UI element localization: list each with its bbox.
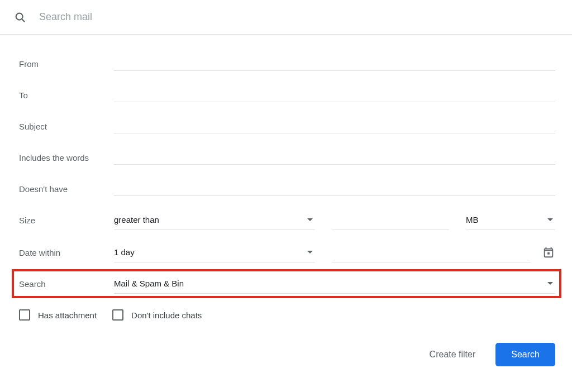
size-unit-dropdown[interactable]: MB xyxy=(466,210,555,230)
search-location-row: Search Mail & Spam & Bin xyxy=(12,269,561,298)
advanced-search-form: From To Subject Includes the words Doesn… xyxy=(0,35,572,366)
svg-point-0 xyxy=(16,13,23,20)
doesnt-have-label: Doesn't have xyxy=(19,184,114,194)
subject-field[interactable] xyxy=(114,119,555,133)
checkbox-icon xyxy=(19,309,30,321)
doesnt-have-field[interactable] xyxy=(114,181,555,196)
search-button[interactable]: Search xyxy=(495,343,555,366)
from-field[interactable] xyxy=(114,56,555,71)
includes-label: Includes the words xyxy=(19,153,114,162)
search-location-dropdown[interactable]: Mail & Spam & Bin xyxy=(114,274,555,294)
date-within-dropdown[interactable]: 1 day xyxy=(114,242,315,262)
doesnt-have-row: Doesn't have xyxy=(19,173,555,204)
exclude-chats-label: Don't include chats xyxy=(131,310,202,320)
chevron-down-icon xyxy=(547,218,553,221)
to-row: To xyxy=(19,79,555,111)
date-within-value: 1 day xyxy=(114,247,135,257)
includes-field[interactable] xyxy=(114,150,555,165)
calendar-icon[interactable] xyxy=(542,246,555,259)
search-location-value: Mail & Spam & Bin xyxy=(114,279,184,288)
has-attachment-checkbox[interactable]: Has attachment xyxy=(19,309,97,321)
chevron-down-icon xyxy=(307,218,313,221)
date-within-row: Date within 1 day xyxy=(19,236,555,269)
size-row: Size greater than MB xyxy=(19,204,555,236)
size-value-field[interactable] xyxy=(332,210,449,230)
svg-rect-2 xyxy=(547,252,550,255)
search-location-label: Search xyxy=(19,279,114,289)
has-attachment-label: Has attachment xyxy=(38,310,97,320)
size-operator-dropdown[interactable]: greater than xyxy=(114,210,315,230)
from-label: From xyxy=(19,59,114,69)
size-operator-value: greater than xyxy=(114,215,159,224)
includes-row: Includes the words xyxy=(19,142,555,173)
checkbox-row: Has attachment Don't include chats xyxy=(19,309,555,321)
size-unit-value: MB xyxy=(466,215,479,224)
search-icon xyxy=(13,11,27,24)
checkbox-icon xyxy=(112,309,123,321)
create-filter-button[interactable]: Create filter xyxy=(423,345,483,364)
to-label: To xyxy=(19,90,114,100)
size-label: Size xyxy=(19,216,114,225)
subject-label: Subject xyxy=(19,122,114,131)
chevron-down-icon xyxy=(547,282,553,285)
exclude-chats-checkbox[interactable]: Don't include chats xyxy=(112,309,202,321)
chevron-down-icon xyxy=(307,251,313,254)
search-input[interactable] xyxy=(39,11,559,23)
from-row: From xyxy=(19,48,555,79)
svg-line-1 xyxy=(22,19,25,22)
to-field[interactable] xyxy=(114,88,555,102)
subject-row: Subject xyxy=(19,111,555,142)
date-field[interactable] xyxy=(332,242,531,262)
search-bar xyxy=(0,0,572,35)
button-row: Create filter Search xyxy=(19,343,555,366)
date-within-label: Date within xyxy=(19,248,114,257)
